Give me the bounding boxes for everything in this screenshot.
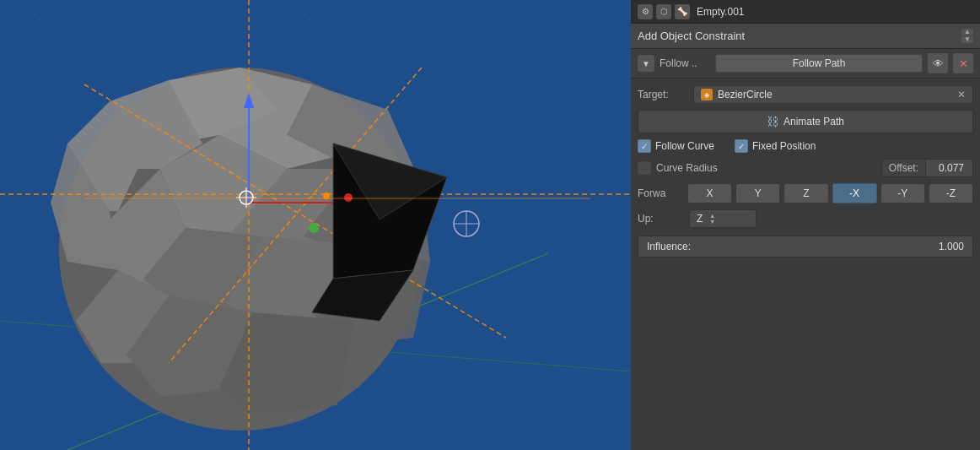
scroll-up-btn[interactable]: ▲	[961, 29, 973, 35]
object-icon: ⬡	[656, 4, 671, 19]
constraint-header-title: Add Object Constraint	[638, 30, 745, 42]
curve-radius-checkbox[interactable]	[638, 161, 651, 175]
animate-path-btn[interactable]: ⛓ Animate Path	[638, 110, 973, 133]
top-bar: ⚙ ⬡ 🦴 Empty.001	[631, 0, 980, 24]
influence-row[interactable]: Influence: 1.000	[638, 236, 973, 258]
axis-z-btn[interactable]: Z	[783, 183, 828, 203]
follow-curve-checkbox[interactable]: ✓	[638, 139, 651, 153]
axis-neg-y-btn[interactable]: -Y	[880, 183, 925, 203]
axis-neg-z-btn[interactable]: -Z	[929, 183, 973, 203]
target-object-name: BezierCircle	[718, 89, 952, 100]
right-panel: ⚙ ⬡ 🦴 Empty.001 Add Object Constraint ▲ …	[631, 0, 980, 450]
chain-icon: ⛓	[767, 115, 778, 128]
remove-constraint-btn[interactable]: ✕	[953, 53, 973, 73]
clear-target-btn[interactable]: ✕	[957, 89, 966, 100]
up-value: Z	[697, 213, 703, 225]
up-arrows: ▲ ▼	[709, 213, 715, 225]
follow-path-row: ▼ Follow .. Follow Path 👁 ✕	[631, 49, 980, 79]
svg-point-60	[309, 223, 319, 233]
checkboxes-row: ✓ Follow Curve ✓ Fixed Position	[638, 139, 973, 153]
scroll-down-btn[interactable]: ▼	[961, 36, 973, 43]
forward-axis-row: Forwa X Y Z -X -Y -Z	[638, 183, 973, 203]
fixed-position-label: Fixed Position	[752, 140, 816, 152]
influence-label: Influence:	[647, 241, 691, 252]
check-mark-2: ✓	[738, 142, 745, 151]
constraint-header: Add Object Constraint ▲ ▼	[631, 24, 980, 49]
visibility-btn[interactable]: 👁	[928, 53, 948, 73]
viewport[interactable]	[0, 0, 631, 450]
follow-label: Follow ..	[660, 57, 710, 69]
offset-group[interactable]: Offset: 0.077	[881, 159, 973, 177]
offset-label: Offset:	[882, 160, 926, 176]
up-arrow-down: ▼	[709, 219, 715, 225]
follow-curve-label: Follow Curve	[655, 140, 714, 152]
axis-y-btn[interactable]: Y	[735, 183, 780, 203]
scroll-buttons[interactable]: ▲ ▼	[961, 29, 973, 43]
bone-icon: 🦴	[675, 4, 690, 19]
curve-radius-label: Curve Radius	[656, 162, 876, 174]
axis-neg-x-btn[interactable]: -X	[832, 183, 877, 203]
target-row: Target: ◈ BezierCircle ✕	[638, 85, 973, 104]
svg-point-59	[344, 193, 353, 202]
up-arrow-up: ▲	[709, 213, 715, 219]
fixed-position-item: ✓ Fixed Position	[735, 139, 816, 153]
follow-curve-item: ✓ Follow Curve	[638, 139, 714, 153]
forward-label: Forwa	[638, 187, 684, 199]
check-mark: ✓	[641, 142, 648, 151]
constraint-content: Target: ◈ BezierCircle ✕ ⛓ Animate Path …	[631, 79, 980, 264]
up-label: Up:	[638, 213, 684, 225]
up-axis-row: Up: Z ▲ ▼	[638, 209, 973, 228]
viewport-canvas	[0, 0, 631, 450]
target-label: Target:	[638, 89, 688, 100]
fixed-position-checkbox[interactable]: ✓	[735, 139, 748, 153]
eye-icon: 👁	[933, 57, 944, 70]
influence-value: 1.000	[939, 241, 964, 252]
offset-value: 0.077	[926, 160, 972, 176]
constraint-icon: ⚙	[638, 4, 653, 19]
object-type-icon: ◈	[701, 89, 713, 100]
collapse-btn[interactable]: ▼	[638, 55, 654, 72]
target-field[interactable]: ◈ BezierCircle ✕	[693, 85, 973, 104]
axis-x-btn[interactable]: X	[687, 183, 732, 203]
curve-radius-row: Curve Radius Offset: 0.077	[638, 159, 973, 177]
animate-path-label: Animate Path	[783, 116, 844, 127]
follow-path-btn[interactable]: Follow Path	[715, 54, 923, 73]
up-dropdown[interactable]: Z ▲ ▼	[689, 209, 757, 228]
close-icon: ✕	[959, 57, 968, 70]
collapse-icon: ▼	[642, 59, 650, 68]
object-title: Empty.001	[697, 6, 744, 18]
